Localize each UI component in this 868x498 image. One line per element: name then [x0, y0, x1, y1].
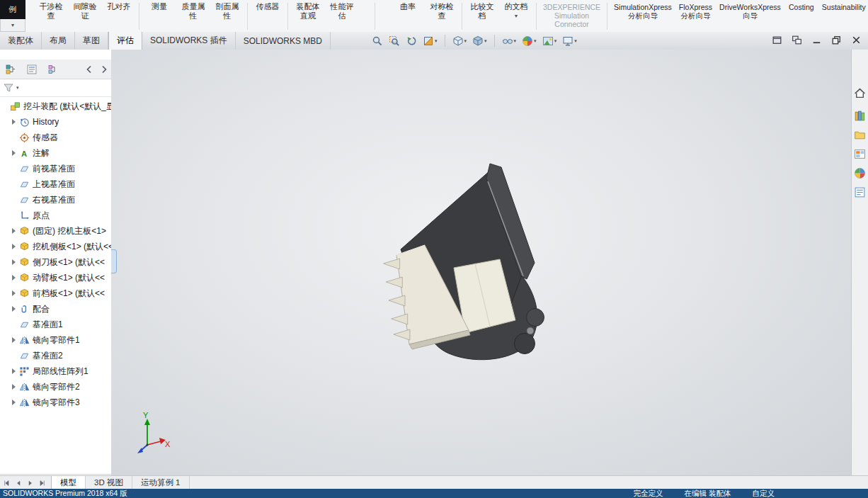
ribbon-button-compare-documents[interactable]: 比较文档 [465, 2, 499, 21]
display-style-button[interactable]: ▾ [470, 34, 489, 48]
design-library-button[interactable] [853, 109, 867, 123]
bucket-tooth[interactable] [389, 295, 405, 306]
excavator-bucket-model[interactable] [384, 164, 544, 360]
tree-item[interactable]: 右视基准面 [0, 192, 111, 208]
dropdown-arrow-icon[interactable]: ▼ [503, 13, 530, 19]
command-tab[interactable]: SOLIDWORKS MBD [236, 32, 331, 50]
bucket-tooth[interactable] [394, 329, 410, 340]
tree-item[interactable]: 基准面1 [0, 317, 111, 332]
tree-item[interactable]: 动臂板<1> (默认<< [0, 270, 111, 285]
ribbon-button-clearance-verify[interactable]: 间隙验证 [68, 2, 102, 21]
section-view-button[interactable]: ▾ [421, 34, 440, 48]
bucket-tooth[interactable] [384, 259, 400, 269]
model-canvas[interactable]: Y X [111, 50, 852, 475]
tree-item[interactable]: 上视基准面 [0, 176, 111, 192]
panel-tabs-scroll-right[interactable] [99, 62, 108, 77]
tree-item[interactable]: 镜向零部件2 [0, 379, 111, 395]
ribbon-button-driveworksxpress-wizard[interactable]: DriveWorksXpress向导 [716, 2, 784, 20]
tree-item[interactable]: 挖机侧板<1> (默认<< [0, 239, 111, 254]
dropdown-arrow-icon[interactable]: ▾ [574, 38, 577, 44]
expand-arrow-icon[interactable] [12, 244, 16, 249]
graphics-viewport[interactable]: Y X [111, 50, 852, 475]
tree-item[interactable]: 配合 [0, 301, 111, 317]
bucket-tooth[interactable] [386, 277, 402, 288]
zoom-area-button[interactable] [387, 34, 402, 48]
dropdown-arrow-icon[interactable]: ▾ [464, 38, 467, 44]
tree-item[interactable]: 前视基准面 [0, 161, 111, 176]
dropdown-arrow-icon[interactable]: ▾ [484, 38, 487, 44]
custom-properties-button[interactable] [853, 186, 867, 199]
dropdown-arrow-icon[interactable]: ▾ [554, 38, 557, 44]
expand-arrow-icon[interactable] [12, 306, 16, 312]
ribbon-button-costing[interactable]: Costing [784, 2, 818, 11]
tree-item[interactable]: History [0, 114, 111, 130]
ribbon-button-performance-evaluation[interactable]: 性能评估 [325, 2, 359, 21]
command-tab[interactable]: 草图 [75, 32, 108, 50]
restore-button[interactable] [830, 34, 843, 48]
expand-arrow-icon[interactable] [12, 368, 16, 374]
file-explorer-button[interactable] [853, 128, 867, 142]
document-tab[interactable]: 模型 [51, 476, 86, 489]
tree-item[interactable]: A注解 [0, 145, 111, 161]
mount-lug-upper[interactable] [527, 309, 544, 327]
next-tab-button[interactable] [24, 476, 36, 489]
panel-tab-configuration-manager[interactable] [45, 62, 61, 77]
apply-scene-button[interactable]: ▾ [540, 34, 559, 48]
ribbon-button-simulationxpress-wizard[interactable]: SimulationXpress分析向导 [610, 2, 675, 20]
expand-arrow-icon[interactable] [12, 259, 16, 265]
ribbon-button-sustainability[interactable]: Sustainability [818, 2, 868, 11]
prev-tab-button[interactable] [12, 476, 24, 489]
bucket-tooth[interactable] [392, 314, 408, 324]
expand-arrow-icon[interactable] [12, 384, 16, 390]
panel-tabs-scroll-left[interactable] [84, 62, 93, 77]
tree-item[interactable]: 镜向零部件1 [0, 332, 111, 348]
previous-view-button[interactable] [404, 34, 419, 48]
ribbon-button-symmetry-check[interactable]: 对称检查 [425, 2, 459, 21]
window-icon-2-button[interactable] [791, 34, 803, 48]
mount-lug-lower[interactable] [515, 334, 535, 354]
expand-arrow-icon[interactable] [12, 275, 16, 281]
ribbon-button-3dexperience-simulation-connector[interactable]: 3DEXPERIENCESimulationConnector [539, 2, 604, 28]
dropdown-arrow-icon[interactable]: ▾ [435, 38, 438, 44]
ribbon-button-check-document[interactable]: 的文档▼ [499, 2, 533, 19]
expand-arrow-icon[interactable] [12, 228, 16, 234]
hide-show-items-button[interactable]: ▾ [500, 34, 519, 48]
panel-tab-feature-manager[interactable] [3, 62, 18, 77]
ribbon-button-assembly-visualization[interactable]: 装配体直观 [291, 2, 325, 21]
tree-item[interactable]: 局部线性阵列1 [0, 363, 111, 379]
solidworks-resources-button[interactable] [853, 86, 867, 100]
tree-item[interactable]: 基准面2 [0, 348, 111, 363]
edit-appearance-button[interactable]: ▾ [520, 34, 539, 48]
view-palette-button[interactable] [853, 147, 867, 161]
tree-item[interactable]: 原点 [0, 208, 111, 223]
document-tab[interactable]: 3D 视图 [86, 476, 132, 489]
panel-tab-property-manager[interactable] [24, 62, 40, 77]
tree-item[interactable]: (固定) 挖机主板<1> [0, 223, 111, 239]
document-tab[interactable]: 运动算例 1 [132, 476, 190, 489]
expand-arrow-icon[interactable] [12, 150, 16, 156]
clipped-dropdown-arrow-icon[interactable]: ▼ [0, 19, 25, 32]
expand-arrow-icon[interactable] [12, 119, 16, 125]
expand-arrow-icon[interactable] [12, 337, 16, 343]
zoom-fit-button[interactable] [370, 34, 385, 48]
last-tab-button[interactable] [36, 476, 48, 489]
command-tab[interactable]: SOLIDWORKS 插件 [142, 32, 236, 50]
tree-item[interactable]: 侧刀板<1> (默认<< [0, 254, 111, 270]
ribbon-button-section-properties[interactable]: 剖面属性 [210, 2, 244, 21]
ribbon-button-mass-properties[interactable]: 质量属性 [176, 2, 210, 21]
clipped-toolbar-button[interactable]: 例 ▼ [0, 0, 25, 32]
tree-item[interactable]: 前档板<1> (默认<< [0, 285, 111, 301]
status-item[interactable]: 自定义 [753, 489, 775, 498]
command-tab[interactable]: 装配体 [0, 32, 42, 50]
close-button[interactable] [850, 34, 862, 48]
dropdown-arrow-icon[interactable]: ▾ [514, 38, 517, 44]
command-tab[interactable]: 评估 [108, 32, 142, 50]
panel-splitter-handle[interactable] [111, 249, 117, 273]
tree-item[interactable]: 传感器 [0, 130, 111, 145]
expand-arrow-icon[interactable] [12, 290, 16, 296]
appearances-scenes-button[interactable] [853, 166, 867, 180]
ribbon-button-curvature[interactable]: 曲率 [391, 2, 425, 11]
minimize-button[interactable] [811, 34, 823, 48]
expand-arrow-icon[interactable] [12, 400, 16, 405]
dropdown-arrow-icon[interactable]: ▾ [534, 38, 537, 44]
